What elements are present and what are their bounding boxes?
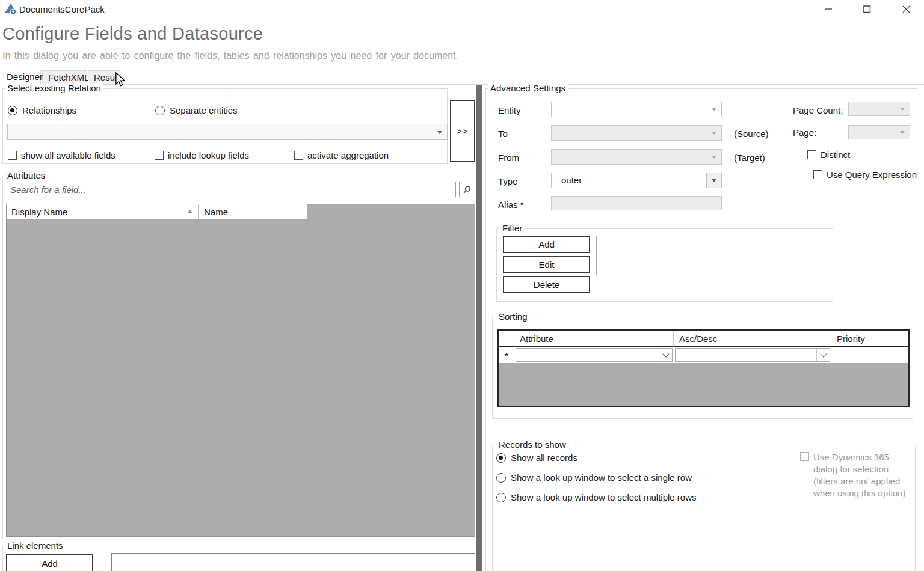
maximize-button[interactable] (855, 1, 879, 17)
alias-label: Alias * (498, 200, 524, 210)
tab-designer-label: Designer (7, 72, 43, 82)
search-button[interactable] (459, 182, 475, 197)
column-header-name[interactable]: Name (199, 204, 307, 219)
alias-field (551, 196, 722, 210)
radio-show-all-records[interactable]: Show all records (496, 453, 578, 463)
to-dropdown (551, 125, 722, 141)
chevron-down-icon (820, 350, 827, 357)
sort-ascending-icon (187, 210, 193, 213)
sorting-ascdesc-dropdown[interactable] (675, 348, 830, 362)
radio-lookup-multiple-rows[interactable]: Show a look up window to select multiple… (496, 492, 696, 502)
advanced-settings-title: Advanced Settings (488, 83, 568, 93)
checkbox-show-all-fields[interactable]: show all available fields (8, 150, 116, 160)
target-label: (Target) (734, 153, 765, 163)
checkbox-activate-aggregation-label: activate aggregation (307, 150, 389, 160)
radio-circle (496, 473, 506, 483)
tabstrip-border (0, 84, 924, 85)
chevron-down-icon (712, 156, 716, 159)
records-group-title: Records to show (496, 439, 568, 450)
sorting-new-row-indicator: * (499, 347, 514, 363)
type-label: Type (498, 176, 518, 186)
filter-group-title: Filter (500, 223, 525, 233)
window-title: DocumentsCorePack (19, 4, 105, 14)
attributes-group-title: Attributes (5, 170, 48, 180)
documents-core-pack-window: { "window": { "title": "DocumentsCorePac… (0, 0, 924, 571)
tab-fetchxml[interactable]: FetchXML (42, 70, 87, 84)
chevron-down-icon (712, 132, 716, 135)
filter-edit-button[interactable]: Edit (503, 256, 590, 273)
search-icon (463, 185, 472, 194)
page-subtitle: In this dialog you are able to configure… (2, 50, 458, 61)
link-elements-group-title: Link elements (5, 540, 66, 551)
close-button[interactable] (894, 1, 918, 17)
tab-designer[interactable]: Designer (1, 69, 41, 85)
radio-lookup-single-row-label: Show a look up window to select a single… (511, 472, 692, 483)
maximize-icon (863, 5, 871, 13)
radio-circle (8, 106, 17, 115)
link-elements-list[interactable] (111, 553, 475, 571)
from-dropdown (551, 149, 722, 165)
chevron-down-icon (712, 179, 716, 182)
filter-list[interactable] (596, 236, 815, 275)
search-input[interactable] (5, 182, 456, 197)
column-header-name-label: Name (204, 207, 228, 217)
expand-relation-button[interactable]: >> (450, 100, 475, 162)
panel-splitter[interactable] (476, 85, 482, 571)
mouse-cursor-icon (114, 72, 127, 90)
checkbox-include-lookup-fields[interactable]: include lookup fields (155, 150, 249, 160)
radio-circle (496, 453, 506, 463)
link-add-button[interactable]: Add (6, 554, 93, 571)
close-icon (902, 5, 910, 13)
sorting-priority-cell[interactable] (831, 347, 908, 363)
checkbox-show-all-fields-label: show all available fields (21, 150, 116, 160)
type-dropdown-button[interactable] (707, 173, 722, 188)
minimize-button[interactable] (817, 1, 841, 17)
checkbox-activate-aggregation[interactable]: activate aggregation (294, 150, 389, 160)
checkbox-distinct[interactable]: Distinct (807, 150, 850, 160)
checkbox-use-query-expression[interactable]: Use Query Expression (813, 169, 917, 180)
sorting-attribute-dropdown[interactable] (516, 348, 673, 362)
minimize-icon (825, 5, 833, 13)
type-dropdown[interactable]: outer (551, 173, 707, 188)
sorting-column-ascdesc[interactable]: Asc/Desc (674, 331, 831, 347)
tab-fetchxml-label: FetchXML (48, 72, 89, 82)
checkbox-use-query-expression-label: Use Query Expression (827, 169, 917, 180)
page-count-label: Page Count: (793, 105, 843, 115)
sorting-column-priority[interactable]: Priority (831, 331, 908, 347)
sorting-grid[interactable]: Attribute Asc/Desc Priority * (497, 329, 910, 407)
dropdown-button[interactable] (659, 349, 672, 361)
sorting-row-selector-header (499, 331, 514, 347)
entity-dropdown[interactable] (551, 102, 722, 117)
checkbox-box (800, 452, 809, 461)
from-label: From (498, 153, 519, 163)
page-title: Configure Fields and Datasource (2, 24, 263, 44)
checkbox-use-dynamics-dialog: Use Dynamics 365 dialog for selection (f… (800, 451, 912, 499)
type-dropdown-value: outer (561, 175, 582, 185)
radio-lookup-multiple-rows-label: Show a look up window to select multiple… (511, 492, 696, 502)
filter-add-button[interactable]: Add (503, 236, 590, 253)
sorting-column-attribute[interactable]: Attribute (514, 331, 674, 347)
radio-lookup-single-row[interactable]: Show a look up window to select a single… (496, 472, 692, 483)
dropdown-button[interactable] (816, 349, 830, 361)
checkbox-box (8, 151, 17, 160)
source-label: (Source) (734, 129, 769, 139)
radio-show-all-records-label: Show all records (511, 453, 578, 463)
radio-separate-entities[interactable]: Separate entities (155, 105, 238, 115)
sorting-column-ascdesc-label: Asc/Desc (679, 334, 717, 344)
checkbox-box (807, 150, 816, 159)
filter-delete-button[interactable]: Delete (503, 276, 590, 293)
radio-separate-entities-label: Separate entities (170, 105, 238, 115)
attributes-grid[interactable]: Display Name Name (6, 204, 475, 537)
sorting-column-priority-label: Priority (837, 334, 865, 344)
titlebar: DocumentsCorePack (0, 0, 924, 18)
relation-dropdown[interactable] (7, 124, 448, 140)
radio-circle (496, 493, 506, 502)
sorting-grid-body[interactable] (499, 363, 908, 406)
checkbox-box (813, 170, 822, 179)
page-label: Page: (793, 127, 816, 138)
chevron-down-icon (662, 350, 669, 357)
attributes-grid-body[interactable] (7, 219, 475, 536)
radio-relationships[interactable]: Relationships (8, 105, 76, 115)
column-header-display-name[interactable]: Display Name (7, 204, 199, 219)
checkbox-include-lookup-fields-label: include lookup fields (168, 150, 249, 160)
